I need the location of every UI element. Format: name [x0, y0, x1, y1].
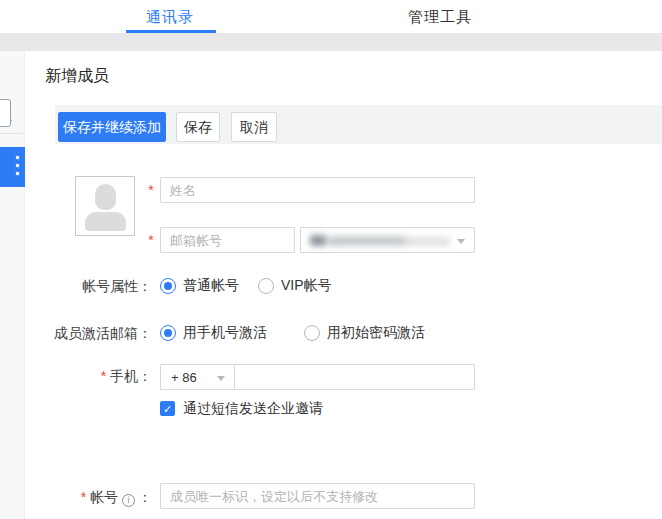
- header-divider-band: [0, 33, 662, 51]
- required-mark: *: [101, 368, 106, 384]
- radio-activate-by-phone[interactable]: [160, 325, 176, 341]
- cancel-button[interactable]: 取消: [231, 112, 277, 142]
- tab-contacts[interactable]: 通讯录: [146, 8, 194, 27]
- phone-input[interactable]: [234, 364, 475, 390]
- radio-label[interactable]: 用初始密码激活: [327, 324, 425, 342]
- country-code-value: + 86: [171, 370, 197, 385]
- chevron-down-icon: [457, 239, 465, 244]
- tab-admin-tools[interactable]: 管理工具: [408, 8, 472, 27]
- radio-vip-account[interactable]: [258, 278, 274, 294]
- radio-activate-by-password[interactable]: [304, 325, 320, 341]
- save-button[interactable]: 保存: [176, 112, 220, 142]
- handle-dot-icon: [16, 172, 19, 175]
- account-id-label: * 帐号i：: [12, 489, 152, 507]
- name-input[interactable]: [160, 177, 475, 203]
- phone-label: * 手机：: [12, 368, 152, 386]
- add-member-page: 通讯录 管理工具 + 新增成员 保存并继续添加 保存 取消 * * 帐号属性：: [0, 0, 662, 519]
- avatar-upload[interactable]: [75, 176, 135, 236]
- radio-label[interactable]: 普通帐号: [183, 277, 239, 295]
- sidebar-partial-input[interactable]: [0, 99, 11, 127]
- email-account-input[interactable]: [160, 227, 295, 253]
- handle-dot-icon: [16, 156, 19, 159]
- email-domain-select[interactable]: [300, 227, 475, 253]
- activation-label: 成员激活邮箱：: [12, 325, 152, 343]
- page-title: 新增成员: [45, 66, 109, 87]
- account-type-label: 帐号属性：: [12, 278, 152, 296]
- panel-drag-handle[interactable]: [0, 147, 25, 187]
- radio-label[interactable]: 用手机号激活: [183, 324, 267, 342]
- country-code-select[interactable]: + 86: [160, 364, 235, 390]
- top-nav: 通讯录 管理工具: [0, 0, 662, 33]
- required-mark: *: [146, 232, 156, 248]
- redacted-domain-blur: [308, 234, 458, 248]
- radio-label[interactable]: VIP帐号: [281, 277, 332, 295]
- save-and-continue-button[interactable]: 保存并继续添加: [58, 112, 166, 142]
- handle-dot-icon: [16, 164, 19, 167]
- info-icon[interactable]: i: [122, 494, 135, 507]
- person-icon: [85, 212, 126, 231]
- required-mark: *: [81, 489, 86, 505]
- sidebar-divider: [0, 133, 23, 134]
- sms-invite-checkbox[interactable]: ✓: [160, 401, 175, 416]
- sms-invite-label[interactable]: 通过短信发送企业邀请: [183, 400, 323, 418]
- chevron-down-icon: [217, 376, 225, 381]
- activation-radio-group: 用手机号激活 用初始密码激活: [160, 324, 425, 342]
- radio-normal-account[interactable]: [160, 278, 176, 294]
- account-type-radio-group: 普通帐号 VIP帐号: [160, 277, 332, 295]
- account-id-input[interactable]: [160, 483, 475, 509]
- person-icon: [95, 184, 116, 210]
- required-mark: *: [146, 182, 156, 198]
